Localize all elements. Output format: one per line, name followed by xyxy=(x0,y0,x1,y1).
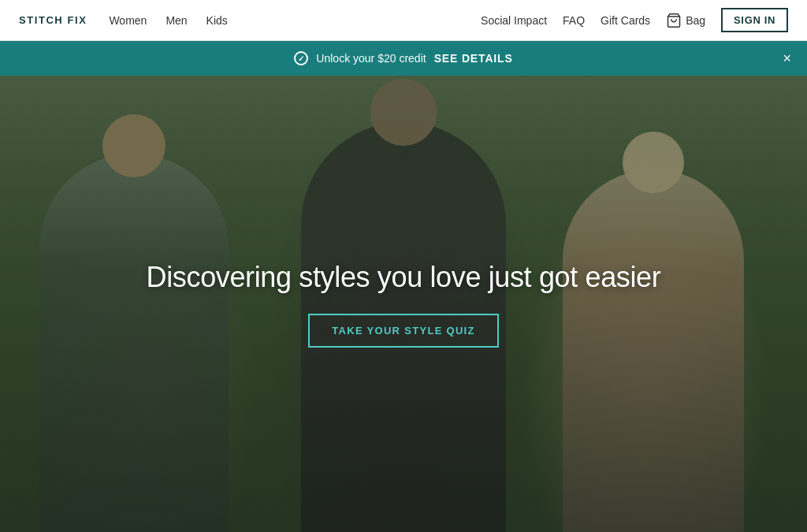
nav-link-gift-cards[interactable]: Gift Cards xyxy=(601,14,650,27)
sign-in-button[interactable]: SIGN IN xyxy=(721,8,788,32)
bag-label: Bag xyxy=(686,14,705,27)
nav-link-men[interactable]: Men xyxy=(165,14,187,27)
promo-banner: Unlock your $20 credit SEE DETAILS × xyxy=(0,41,807,76)
hero-section: Discovering styles you love just got eas… xyxy=(0,76,807,532)
hero-content: Discovering styles you love just got eas… xyxy=(0,76,807,532)
promo-close-button[interactable]: × xyxy=(783,51,791,65)
nav-link-kids[interactable]: Kids xyxy=(206,14,228,27)
promo-cta-link[interactable]: SEE DETAILS xyxy=(434,52,513,65)
hero-headline: Discovering styles you love just got eas… xyxy=(147,260,661,294)
promo-content: Unlock your $20 credit SEE DETAILS xyxy=(294,51,512,65)
navbar-left: STITCH FIX Women Men Kids xyxy=(19,14,228,27)
nav-link-faq[interactable]: FAQ xyxy=(563,14,585,27)
navbar-right: Social Impact FAQ Gift Cards Bag SIGN IN xyxy=(481,8,788,32)
promo-check-icon xyxy=(294,51,308,65)
bag-button[interactable]: Bag xyxy=(666,13,705,28)
nav-link-social-impact[interactable]: Social Impact xyxy=(481,14,547,27)
nav-link-women[interactable]: Women xyxy=(109,14,147,27)
promo-text: Unlock your $20 credit xyxy=(316,52,426,65)
style-quiz-button[interactable]: TAKE YOUR STYLE QUIZ xyxy=(308,314,499,348)
nav-links: Women Men Kids xyxy=(109,14,227,27)
navbar: STITCH FIX Women Men Kids Social Impact … xyxy=(0,0,807,41)
logo[interactable]: STITCH FIX xyxy=(19,14,87,26)
bag-icon xyxy=(666,13,682,28)
